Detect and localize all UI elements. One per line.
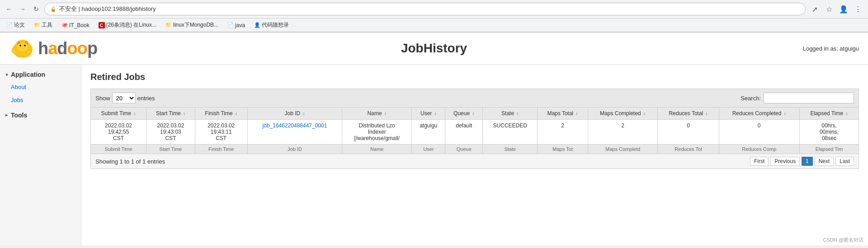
bookmark-code-label: 代码随想录 [262, 21, 289, 29]
address-text: 不安全 | hadoop102:19888/jobhistory [59, 5, 156, 13]
page-wrapper: hadoop JobHistory Logged in as: atguigu … [0, 33, 868, 245]
forward-button[interactable]: → [17, 4, 28, 14]
entries-select[interactable]: 20 10 50 100 [112, 93, 136, 103]
col-maps-total[interactable]: Maps Total ↕ [538, 108, 588, 120]
col-state[interactable]: State ↕ [483, 108, 538, 120]
table-row: 2022.03.0219:42:55CST 2022.03.0219:43:03… [91, 120, 859, 145]
hadoop-text-label: hadoop [38, 39, 97, 58]
svg-point-7 [19, 45, 21, 47]
footer-col-job-id: Job ID [247, 145, 342, 154]
search-area: Search: [741, 93, 854, 103]
footer-col-submit-time: Submit Time [91, 145, 146, 154]
bookmark-java-label: java [235, 22, 245, 28]
sidebar-application-header[interactable]: ▼ Application [0, 68, 81, 81]
sidebar-item-jobs[interactable]: Jobs [0, 94, 81, 107]
folder-icon: 📁 [34, 22, 40, 28]
sidebar-item-about[interactable]: About [0, 81, 81, 94]
col-elapsed-time[interactable]: Elapsed Time ↕ [799, 108, 859, 120]
hadoop-logo: hadoop [9, 37, 97, 60]
sort-icon: ↕ [235, 111, 237, 116]
cell-state: SUCCEEDED [483, 120, 538, 145]
bookmark-itbook[interactable]: 🐙 IT_Book [59, 21, 92, 29]
sidebar-tools-label: Tools [11, 112, 27, 119]
next-page-button[interactable]: Next [815, 157, 834, 166]
sort-icon: ↕ [302, 111, 305, 116]
footer-col-reduces-tol: Reduces Tol [658, 145, 719, 154]
col-start-time[interactable]: Start Time ↕ [146, 108, 195, 120]
cell-name: Distributed LzoIndexer[/warehouse/gmall/ [342, 120, 412, 145]
page-1-button[interactable]: 1 [802, 157, 813, 166]
menu-button[interactable]: ⋮ [852, 3, 864, 15]
cell-start-time: 2022.03.0219:43:03CST [146, 120, 195, 145]
bookmarks-bar: 📄 论文 📁 工具 🐙 IT_Book C (26条消息) 在Linux... … [0, 19, 868, 32]
cell-maps-total: 2 [538, 120, 588, 145]
section-title: Retired Jobs [90, 72, 859, 82]
github-icon: 🐙 [61, 22, 68, 28]
footer-col-maps-tot: Maps Tot [538, 145, 588, 154]
sidebar-tools-header[interactable]: ► Tools [0, 109, 81, 122]
browser-chrome: ← → ↻ 🔓 不安全 | hadoop102:19888/jobhistory… [0, 0, 868, 33]
sort-icon: ↕ [134, 111, 136, 116]
browser-toolbar: ← → ↻ 🔓 不安全 | hadoop102:19888/jobhistory… [0, 0, 868, 19]
col-name[interactable]: Name ↕ [342, 108, 412, 120]
hadoop-elephant-icon [9, 37, 36, 60]
bookmark-code[interactable]: 👤 代码随想录 [251, 20, 292, 30]
footer-col-elapsed-tim: Elapsed Tim [799, 145, 859, 154]
footer-col-name: Name [342, 145, 412, 154]
bookmark-java[interactable]: 📄 java [225, 21, 248, 29]
footer-col-start-time: Start Time [146, 145, 195, 154]
bookmark-mongodb-label: linux下MongoDB... [173, 21, 218, 29]
cell-submit-time: 2022.03.0219:42:55CST [91, 120, 146, 145]
col-user[interactable]: User ↕ [412, 108, 445, 120]
bookmark-csdn-label: (26条消息) 在Linux... [106, 21, 156, 29]
sort-icon: ↕ [643, 111, 646, 116]
cell-reduces-total: 0 [658, 120, 719, 145]
sort-icon: ↕ [706, 111, 708, 116]
show-label: Show [95, 95, 110, 102]
share-button[interactable]: ➚ [808, 3, 821, 15]
sort-icon: ↕ [434, 111, 437, 116]
sidebar-application-section: ▼ Application About Jobs [0, 68, 81, 107]
back-button[interactable]: ← [4, 4, 14, 14]
profile-button[interactable]: 👤 [837, 3, 850, 15]
reload-button[interactable]: ↻ [31, 4, 42, 14]
showing-text: Showing 1 to 1 of 1 entries [95, 158, 165, 165]
col-submit-time[interactable]: Submit Time ↕ [91, 108, 146, 120]
bookmark-lunwen-label: 论文 [14, 21, 25, 29]
first-page-button[interactable]: First [750, 157, 769, 166]
bookmark-csdn[interactable]: C (26条消息) 在Linux... [96, 20, 159, 30]
cell-reduces-completed: 0 [719, 120, 799, 145]
bookmark-itbook-label: IT_Book [69, 22, 90, 28]
user-info: Logged in as: atguigu [803, 45, 859, 52]
col-queue[interactable]: Queue ↕ [445, 108, 483, 120]
cell-user: atguigu [412, 120, 445, 145]
col-job-id[interactable]: Job ID ↕ [247, 108, 342, 120]
col-reduces-total[interactable]: Reduces Total ↕ [658, 108, 719, 120]
search-input[interactable] [764, 93, 854, 103]
last-page-button[interactable]: Last [835, 157, 854, 166]
sort-icon: ↕ [183, 111, 185, 116]
cell-job-id[interactable]: job_1646220488447_0001 [247, 120, 342, 145]
bookmark-button[interactable]: ☆ [823, 3, 835, 15]
bookmark-tools[interactable]: 📁 工具 [31, 20, 55, 30]
footer-col-state: State [483, 145, 538, 154]
security-icon: 🔓 [50, 6, 57, 12]
bookmark-mongodb[interactable]: 📁 linux下MongoDB... [163, 20, 221, 30]
bookmark-lunwen[interactable]: 📄 论文 [4, 20, 28, 30]
code-icon: 👤 [254, 22, 260, 28]
sort-icon: ↕ [472, 111, 474, 116]
col-reduces-completed[interactable]: Reduces Completed ↕ [719, 108, 799, 120]
cell-queue: default [445, 120, 483, 145]
col-maps-completed[interactable]: Maps Completed ↕ [588, 108, 658, 120]
svg-point-9 [11, 50, 15, 53]
table-controls-top: Show 20 10 50 100 entries Search: [90, 89, 859, 107]
jobs-table: Submit Time ↕ Start Time ↕ Finish Time ↕… [90, 107, 859, 154]
chevron-down-icon: ▼ [5, 72, 9, 77]
col-finish-time[interactable]: Finish Time ↕ [195, 108, 247, 120]
previous-page-button[interactable]: Previous [770, 157, 800, 166]
footer-col-finish-time: Finish Time [195, 145, 247, 154]
job-id-link[interactable]: job_1646220488447_0001 [263, 122, 327, 129]
pagination: First Previous 1 Next Last [750, 157, 854, 166]
cell-elapsed-time: 00hrs,00mins,08sec [799, 120, 859, 145]
address-bar[interactable]: 🔓 不安全 | hadoop102:19888/jobhistory [44, 3, 806, 15]
